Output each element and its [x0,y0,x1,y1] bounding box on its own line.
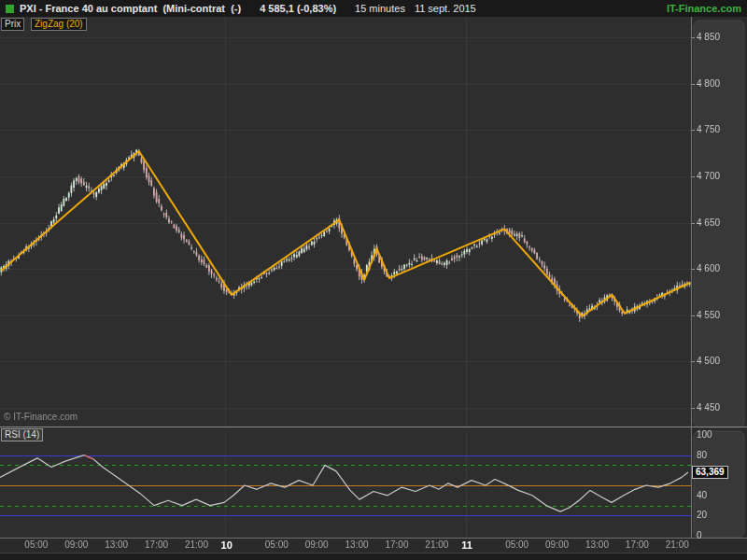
chart-header: PXI - France 40 au comptant (Mini-contra… [0,0,747,17]
time-axis-label: 13:00 [345,539,369,550]
price-axis-label: 4 850 [697,32,743,42]
time-axis-label: 09:00 [545,539,569,550]
charting-application: PXI - France 40 au comptant (Mini-contra… [0,0,747,560]
time-axis-label: 13:00 [105,539,128,550]
time-axis-day-label: 10 [221,539,233,551]
timeframe-label: 15 minutes [355,3,405,14]
rsi-current-value-badge: 63,369 [692,466,728,479]
rsi-axis-label: 40 [697,490,743,500]
rsi-axis-label: 80 [697,450,743,460]
time-axis-label: 17:00 [626,539,649,550]
time-axis-label: 05:00 [505,539,529,550]
time-axis-label: 05:00 [265,539,289,550]
time-axis-label: 17:00 [385,539,408,550]
time-axis-label: 09:00 [64,539,88,550]
price-axis-label: 4 500 [697,356,743,366]
time-axis-label: 17:00 [145,539,168,550]
price-axis-label: 4 450 [697,402,743,413]
time-axis-label: 21:00 [666,539,689,550]
price-axis-label: 4 750 [697,124,743,134]
brand-link[interactable]: IT-Finance.com [667,3,741,14]
price-axis-label: 4 550 [697,310,743,320]
price-axis-label: 4 650 [697,217,743,228]
time-axis-label: 21:00 [185,539,208,550]
time-axis-day-label: 11 [461,539,472,551]
price-series-chip[interactable]: Prix [1,18,24,31]
price-axis-label: 4 800 [697,78,743,89]
last-price: 4 585,1 (-0,83%) [260,3,336,14]
time-axis-label: 09:00 [305,539,329,550]
time-axis-label: 21:00 [425,539,448,550]
rsi-axis-label: 100 [697,429,743,440]
time-axis-label: 05:00 [24,539,48,550]
rsi-axis-label: 0 [697,530,743,540]
date-label: 11 sept. 2015 [415,3,476,14]
time-axis-label: 13:00 [585,539,609,550]
price-axis-label: 4 700 [697,171,743,181]
instrument-title: PXI - France 40 au comptant (Mini-contra… [20,3,241,14]
instrument-icon [6,5,14,13]
rsi-axis-label: 20 [697,510,743,520]
price-axis-label: 4 600 [697,263,743,273]
rsi-indicator-chip[interactable]: RSI (14) [1,428,43,441]
zigzag-indicator-chip[interactable]: ZigZag (20) [31,18,87,31]
price-chart-canvas[interactable] [0,17,747,560]
watermark: © IT-Finance.com [4,412,78,422]
